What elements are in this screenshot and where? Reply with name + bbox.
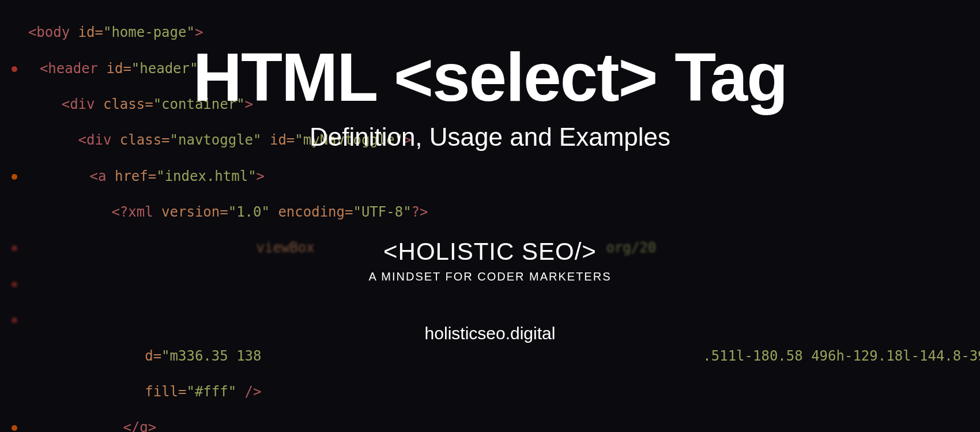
site-url: holisticseo.digital [425, 324, 556, 343]
brand-tagline: A MINDSET FOR CODER MARKETERS [368, 270, 611, 283]
hero-subtitle: Definition, Usage and Examples [310, 123, 670, 151]
brand-logo-text: <HOLISTIC SEO/> [383, 238, 597, 266]
hero-title: HTML <select> Tag [193, 43, 787, 111]
hero-overlay: HTML <select> Tag Definition, Usage and … [0, 0, 980, 432]
